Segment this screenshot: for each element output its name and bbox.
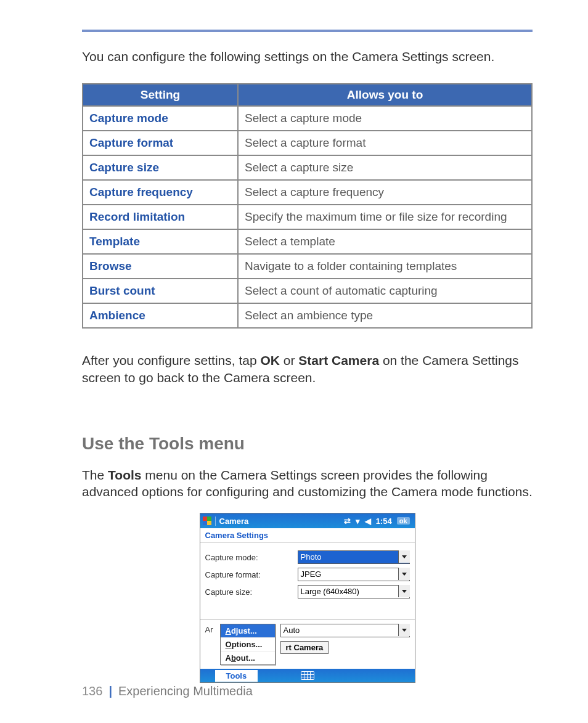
tools-menu-heading: Use the Tools menu: [82, 434, 533, 454]
setting-name-cell: Capture format: [83, 131, 238, 155]
keyboard-icon[interactable]: [301, 671, 314, 680]
settings-table: Setting Allows you to Capture modeSelect…: [82, 83, 533, 329]
footer-divider: |: [108, 684, 112, 698]
dropdown-capture-size-value: Large (640x480): [298, 585, 410, 598]
chevron-down-icon[interactable]: [398, 624, 410, 636]
dropdown-capture-format-value: JPEG: [298, 568, 410, 581]
setting-desc-cell: Select a capture mode: [238, 106, 532, 131]
post-table-pre: After you configure settins, tap: [82, 353, 261, 367]
dropdown-capture-format[interactable]: JPEG: [298, 568, 410, 581]
footer-section: Experiencing Multimedia: [118, 684, 253, 698]
row-capture-format: Capture format: JPEG: [205, 568, 410, 581]
tools-popup-menu: Adjust... Options... About...: [220, 624, 276, 665]
table-row: Capture frequencySelect a capture freque…: [83, 180, 532, 205]
device-status-area: ⇄ ▾ ◀ 1:54 ok: [344, 517, 412, 526]
table-row: AmbienceSelect an ambience type: [83, 303, 532, 328]
setting-name-cell: Template: [83, 229, 238, 254]
table-row: Capture formatSelect a capture format: [83, 131, 532, 155]
menu-item-about[interactable]: About...: [221, 652, 275, 664]
clipped-label-ar: Ar: [205, 624, 220, 634]
setting-desc-cell: Specify the maximum time or file size fo…: [238, 205, 532, 229]
menu-item-adjust[interactable]: Adjust...: [221, 624, 275, 638]
setting-name-cell: Capture frequency: [83, 180, 238, 205]
table-header-setting: Setting: [83, 84, 238, 106]
setting-desc-cell: Navigate to a folder containing template…: [238, 254, 532, 279]
tools-body-bold: Tools: [108, 468, 141, 482]
tools-body-post: menu on the Camera Settings screen provi…: [82, 468, 533, 499]
table-row: Record limitationSpecify the maximum tim…: [83, 205, 532, 229]
device-panel-title: Camera Settings: [200, 528, 415, 543]
speaker-icon: ◀: [365, 517, 371, 526]
post-table-ok: OK: [261, 353, 280, 367]
setting-name-cell: Capture mode: [83, 106, 238, 131]
label-capture-size: Capture size:: [205, 587, 298, 597]
signal-icon: ▾: [356, 517, 360, 526]
setting-name-cell: Capture size: [83, 155, 238, 180]
setting-name-cell: Burst count: [83, 279, 238, 303]
dropdown-capture-mode[interactable]: Photo: [298, 550, 410, 564]
page-number: 136: [82, 684, 102, 698]
device-form: Capture mode: Photo Capture format: JPEG…: [200, 543, 415, 613]
row-capture-mode: Capture mode: Photo: [205, 550, 410, 564]
device-titlebar: Camera ⇄ ▾ ◀ 1:54 ok: [200, 513, 415, 528]
tools-menu-paragraph: The Tools menu on the Camera Settings sc…: [82, 467, 533, 500]
post-table-startcamera: Start Camera: [298, 353, 379, 367]
table-row: TemplateSelect a template: [83, 229, 532, 254]
device-title-text: Camera: [215, 517, 249, 526]
label-capture-mode: Capture mode:: [205, 553, 298, 562]
setting-desc-cell: Select a capture frequency: [238, 180, 532, 205]
chevron-down-icon[interactable]: [398, 550, 410, 563]
table-header-allows: Allows you to: [238, 84, 532, 106]
dropdown-auto[interactable]: Auto: [280, 624, 410, 637]
dropdown-capture-mode-value: Photo: [298, 550, 410, 564]
device-lower-area: Ar Adjust... Options... About... Auto rt…: [200, 620, 415, 669]
windows-flag-icon: [203, 517, 211, 525]
connectivity-icon: ⇄: [344, 517, 351, 526]
dropdown-capture-size[interactable]: Large (640x480): [298, 585, 410, 598]
label-capture-format: Capture format:: [205, 570, 298, 579]
tools-tab[interactable]: Tools: [215, 670, 258, 682]
top-rule: [82, 30, 533, 32]
chevron-down-icon[interactable]: [398, 568, 410, 580]
row-capture-size: Capture size: Large (640x480): [205, 585, 410, 598]
setting-desc-cell: Select a count of automatic capturing: [238, 279, 532, 303]
setting-desc-cell: Select a capture size: [238, 155, 532, 180]
start-camera-button[interactable]: rt Camera: [280, 641, 329, 654]
device-bottombar: Tools: [200, 669, 415, 682]
chevron-down-icon[interactable]: [398, 585, 410, 597]
device-clock: 1:54: [376, 517, 392, 526]
table-row: Capture sizeSelect a capture size: [83, 155, 532, 180]
setting-name-cell: Ambience: [83, 303, 238, 328]
table-row: Burst countSelect a count of automatic c…: [83, 279, 532, 303]
menu-item-options[interactable]: Options...: [221, 638, 275, 652]
intro-paragraph: You can configure the following settings…: [82, 48, 533, 65]
setting-name-cell: Browse: [83, 254, 238, 279]
post-table-mid: or: [280, 353, 298, 367]
setting-name-cell: Record limitation: [83, 205, 238, 229]
table-row: BrowseNavigate to a folder containing te…: [83, 254, 532, 279]
setting-desc-cell: Select a capture format: [238, 131, 532, 155]
table-row: Capture modeSelect a capture mode: [83, 106, 532, 131]
device-screenshot: Camera ⇄ ▾ ◀ 1:54 ok Camera Settings Cap…: [200, 513, 415, 683]
setting-desc-cell: Select a template: [238, 229, 532, 254]
page-footer: 136 | Experiencing Multimedia: [82, 684, 253, 698]
post-table-paragraph: After you configure settins, tap OK or S…: [82, 352, 533, 386]
setting-desc-cell: Select an ambience type: [238, 303, 532, 328]
tools-body-pre: The: [82, 468, 108, 482]
device-ok-button[interactable]: ok: [397, 517, 410, 525]
dropdown-auto-value: Auto: [280, 624, 410, 637]
